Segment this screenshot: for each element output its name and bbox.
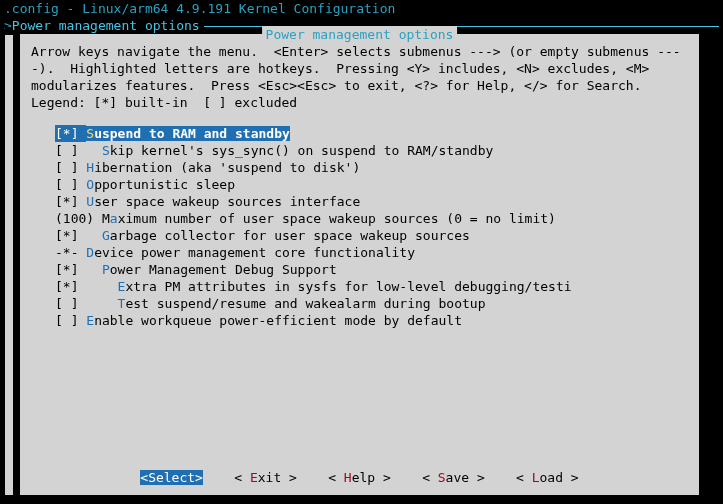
button-gap [203, 470, 234, 485]
select-button[interactable]: <Select> [140, 470, 203, 485]
menu-item[interactable]: [ ] Opportunistic sleep [55, 176, 664, 193]
menu-item[interactable]: [ ] Test suspend/resume and wakealarm du… [55, 295, 664, 312]
menu-item[interactable]: [*] Power Management Debug Support [55, 261, 664, 278]
load-button[interactable]: < Load > [516, 470, 579, 485]
menu-item[interactable]: (100) Maximum number of user space wakeu… [55, 210, 664, 227]
breadcrumb: Power management options [12, 17, 200, 34]
button-gap [297, 470, 328, 485]
menu-item[interactable]: [ ] Hibernation (aka 'suspend to disk') [55, 159, 664, 176]
button-gap [485, 470, 516, 485]
menu-item[interactable]: -*- Device power management core functio… [55, 244, 664, 261]
menu-item[interactable]: [*] Garbage collector for user space wak… [55, 227, 664, 244]
save-button[interactable]: < Save > [422, 470, 485, 485]
menu-item[interactable]: [ ] Enable workqueue power-efficient mod… [55, 312, 664, 329]
option-list: [*] Suspend to RAM and standby[ ] Skip k… [55, 125, 664, 329]
config-panel: Power management options Arrow keys navi… [20, 34, 699, 495]
menu-item[interactable]: [ ] Skip kernel's sys_sync() on suspend … [55, 142, 664, 159]
menu-item[interactable]: [*] Extra PM attributes in sysfs for low… [55, 278, 664, 295]
panel-title: Power management options [262, 26, 458, 43]
window-title: .config - Linux/arm64 4.9.191 Kernel Con… [0, 0, 723, 17]
button-gap [391, 470, 422, 485]
help-text: Arrow keys navigate the menu. <Enter> se… [21, 35, 698, 111]
menu-item[interactable]: [*] User space wakeup sources interface [55, 193, 664, 210]
button-bar: <Select> < Exit > < Help > < Save > < Lo… [21, 469, 698, 486]
exit-button[interactable]: < Exit > [234, 470, 297, 485]
help-button[interactable]: < Help > [328, 470, 391, 485]
menu-item[interactable]: [*] Suspend to RAM and standby [55, 125, 664, 142]
